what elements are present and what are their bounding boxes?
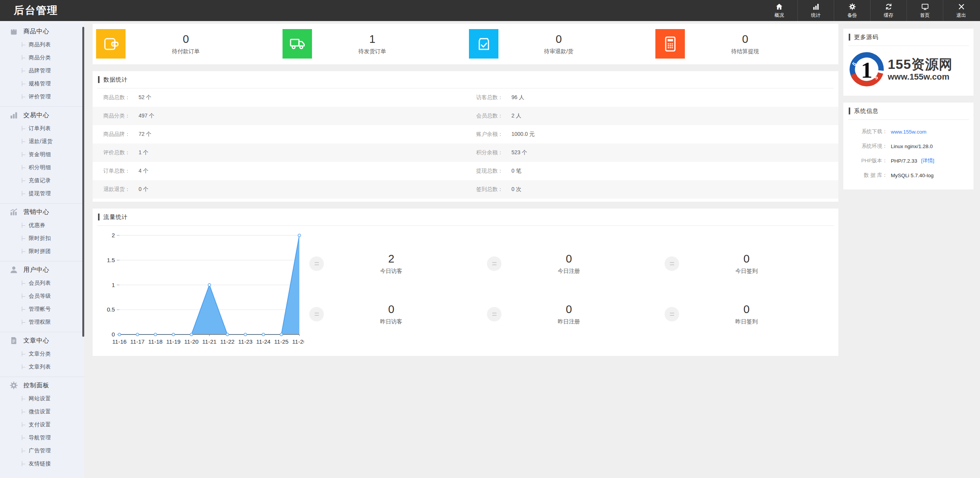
sidebar-item[interactable]: 会员列表 (0, 277, 84, 290)
topbar-item-label: 退出 (957, 12, 966, 19)
sidebar-item[interactable]: 商品列表 (0, 38, 84, 51)
stat-label: 账户余额： (476, 131, 511, 138)
tree-branch-icon (22, 435, 25, 440)
tree-branch-icon (22, 396, 25, 401)
sidebar-item[interactable]: 导航管理 (0, 431, 84, 444)
stat-cell-left: 退款退货：0 个 (93, 180, 466, 199)
sidebar-item[interactable]: 限时折扣 (0, 232, 84, 245)
topbar-item-cache[interactable]: 缓存 (870, 0, 906, 21)
traffic-stat-label: 今日签到 (735, 268, 758, 275)
card-label: 待发货订单 (358, 48, 386, 55)
equals-icon (665, 307, 679, 321)
sidebar-item-label: 品牌管理 (29, 67, 51, 74)
sidebar-scrollbar[interactable] (82, 27, 84, 337)
sidebar-header-trade[interactable]: 交易中心 (0, 108, 84, 122)
card-value: 0 (555, 33, 562, 45)
system-download-link[interactable]: www.155w.com (891, 129, 926, 135)
traffic-stat-value: 0 (735, 253, 758, 265)
sidebar-header-control[interactable]: 控制面板 (0, 378, 84, 392)
php-details-link[interactable]: [详情] (921, 157, 934, 164)
data-stats-panel: 数据统计 商品总数：52 个访客总数：96 人商品分类：497 个会员总数：2 … (93, 71, 838, 202)
svg-text:11-24: 11-24 (256, 338, 270, 345)
traffic-stat-value: 2 (380, 253, 402, 265)
svg-text:1: 1 (112, 282, 115, 288)
topbar-item-label: 概况 (774, 12, 784, 19)
stat-cell-left: 订单总数：4 个 (93, 162, 466, 180)
sidebar-item[interactable]: 文章列表 (0, 361, 84, 374)
sidebar-section-user: 用户中心会员列表会员等级管理帐号管理权限 (0, 263, 84, 332)
sidebar-item[interactable]: 退款/退货 (0, 135, 84, 148)
sidebar-item[interactable]: 管理权限 (0, 316, 84, 329)
sidebar-section-title: 营销中心 (23, 208, 49, 216)
title-accent-bar (849, 34, 850, 41)
sidebar-item[interactable]: 充值记录 (0, 174, 84, 187)
stat-label: 订单总数： (103, 168, 139, 175)
logo-text: 155资源网 www.155w.com (888, 57, 952, 82)
panel-header: 更多源码 (843, 29, 973, 46)
sidebar-header-article[interactable]: 文章中心 (0, 334, 84, 347)
sidebar-item[interactable]: 管理帐号 (0, 303, 84, 316)
data-stat-row: 商品品牌：72 个账户余额：1000.0 元 (93, 125, 838, 144)
155-logo-icon: 1 5 5 (849, 51, 885, 87)
stat-value: 0 笔 (511, 168, 521, 175)
tree-branch-icon (22, 42, 25, 47)
topbar-item-statistics[interactable]: 统计 (797, 0, 834, 21)
topbar-item-backup[interactable]: 备份 (834, 0, 870, 21)
sidebar-section-title: 商品中心 (23, 28, 49, 36)
stat-value: 497 个 (139, 113, 154, 119)
card-stat: 0待审退款/货 (466, 24, 652, 64)
sidebar-item[interactable]: 提现管理 (0, 187, 84, 200)
sidebar-item-label: 导航管理 (29, 434, 51, 441)
topbar-item-logout[interactable]: 退出 (943, 0, 979, 21)
sidebar-item[interactable]: 广告管理 (0, 444, 84, 457)
stat-card-pending-refund: 0待审退款/货 (466, 24, 652, 64)
sidebar-item[interactable]: 限时拼团 (0, 245, 84, 258)
sidebar-item[interactable]: 资金明细 (0, 148, 84, 161)
sidebar-item-label: 资金明细 (29, 151, 51, 158)
traffic-stat: 0今日签到 (735, 253, 758, 275)
source-site-logo[interactable]: 1 5 5 155资源网 www.155w.com (843, 46, 973, 87)
topbar-item-homepage[interactable]: 首页 (906, 0, 943, 21)
card-label: 待付款订单 (172, 48, 200, 55)
traffic-stat-value: 0 (380, 303, 402, 315)
svg-text:11-17: 11-17 (130, 338, 144, 345)
stat-value: 1 个 (139, 149, 149, 156)
tree-branch-icon (22, 152, 25, 157)
sidebar-item[interactable]: 会员等级 (0, 290, 84, 303)
topbar-item-overview[interactable]: 概况 (761, 0, 797, 21)
sidebar-item[interactable]: 积分明细 (0, 161, 84, 174)
sidebar-item[interactable]: 网站设置 (0, 392, 84, 405)
sidebar-item[interactable]: 订单列表 (0, 122, 84, 135)
sidebar-item[interactable]: 优惠券 (0, 219, 84, 232)
monitor-icon (921, 3, 929, 11)
tree-branch-icon (22, 126, 25, 131)
document-icon (9, 336, 18, 345)
sidebar-item[interactable]: 商品分类 (0, 51, 84, 64)
sidebar-item[interactable]: 友情链接 (0, 457, 84, 470)
sidebar-header-goods[interactable]: 商品中心 (0, 24, 84, 38)
sidebar-item[interactable]: 规格管理 (0, 77, 84, 90)
sidebar-item-label: 优惠券 (29, 222, 46, 229)
equals-icon (665, 256, 679, 271)
sidebar-header-user[interactable]: 用户中心 (0, 263, 84, 277)
sidebar-item[interactable]: 品牌管理 (0, 64, 84, 77)
stat-value: 1000.0 元 (511, 131, 535, 138)
sidebar-item[interactable]: 文章分类 (0, 347, 84, 361)
sidebar-section-title: 交易中心 (23, 111, 49, 119)
tree-branch-icon (22, 422, 25, 427)
traffic-stat-label: 昨日注册 (558, 318, 580, 325)
system-download-row: 系统下载： www.155w.com (843, 124, 973, 139)
sidebar-item[interactable]: 微信设置 (0, 405, 84, 418)
sidebar-item-label: 管理权限 (29, 319, 51, 326)
sidebar-item[interactable]: 评价管理 (0, 90, 84, 103)
sidebar-item-label: 积分明细 (29, 164, 51, 171)
svg-text:11-23: 11-23 (238, 338, 252, 345)
traffic-stat-cell: 0昨日签到 (658, 289, 835, 339)
topbar-item-label: 备份 (848, 12, 857, 19)
php-version-row: PHP版本： PHP/7.2.33 [详情] (843, 153, 973, 168)
sidebar-section-control: 控制面板网站设置微信设置支付设置导航管理广告管理友情链接 (0, 378, 84, 470)
stat-label: 商品分类： (103, 113, 139, 119)
sidebar-header-marketing[interactable]: 营销中心 (0, 205, 84, 219)
svg-text:11-18: 11-18 (148, 338, 162, 345)
sidebar-item[interactable]: 支付设置 (0, 418, 84, 431)
